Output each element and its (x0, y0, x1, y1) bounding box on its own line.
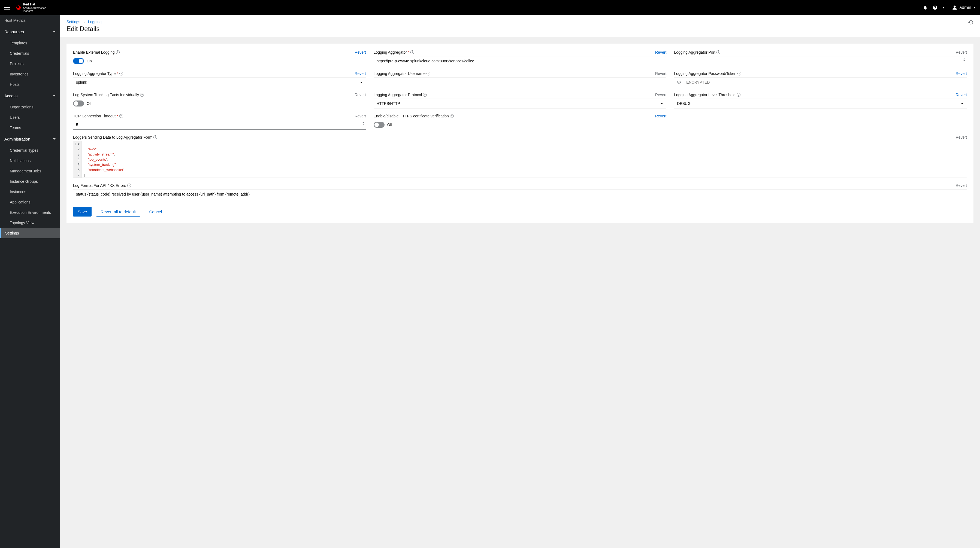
toggle-state-label: On (87, 59, 92, 63)
port-input[interactable] (674, 56, 967, 66)
username-label: admin (959, 5, 971, 10)
breadcrumb-settings[interactable]: Settings (67, 20, 80, 24)
sidebar-item-credential-types[interactable]: Credential Types (0, 145, 60, 156)
chevron-down-icon (53, 138, 56, 140)
sidebar-item-host-metrics[interactable]: Host Metrics (0, 15, 60, 25)
sidebar-item-projects[interactable]: Projects (0, 59, 60, 69)
sidebar-section-label: Administration (4, 137, 30, 141)
field-label: Logging Aggregator Protocol (374, 93, 422, 97)
sidebar-item-settings[interactable]: Settings (0, 228, 60, 238)
sidebar-item-notifications[interactable]: Notifications (0, 156, 60, 166)
field-username: Logging Aggregator Username ?Revert (374, 71, 667, 87)
revert-link[interactable]: Revert (655, 93, 666, 97)
revert-all-button[interactable]: Revert all to default (96, 207, 140, 216)
help-icon[interactable]: ? (410, 50, 414, 54)
revert-link[interactable]: Revert (355, 50, 366, 54)
nav-toggle-button[interactable] (4, 4, 11, 11)
sidebar-item-credentials[interactable]: Credentials (0, 48, 60, 59)
history-icon[interactable] (968, 20, 974, 26)
log-format-input[interactable] (73, 189, 967, 199)
sidebar-section-access[interactable]: Access (0, 90, 60, 102)
revert-link[interactable]: Revert (956, 93, 967, 97)
field-label: Log System Tracking Facts Individually (73, 93, 139, 97)
number-spinner[interactable] (963, 58, 965, 61)
sidebar-item-execution-environments[interactable]: Execution Environments (0, 207, 60, 218)
bell-icon[interactable] (923, 5, 928, 10)
revert-link[interactable]: Revert (956, 50, 967, 54)
sidebar-item-instance-groups[interactable]: Instance Groups (0, 176, 60, 187)
sidebar-item-users[interactable]: Users (0, 112, 60, 122)
chevron-down-icon (53, 31, 56, 32)
revert-link[interactable]: Revert (355, 114, 366, 118)
field-port: Logging Aggregator Port ?Revert (674, 50, 967, 66)
revert-link[interactable]: Revert (956, 135, 967, 140)
field-label: Loggers Sending Data to Log Aggregator F… (73, 135, 152, 140)
help-menu-caret-icon[interactable] (942, 7, 945, 8)
sidebar-item-organizations[interactable]: Organizations (0, 102, 60, 112)
sidebar-section-resources[interactable]: Resources (0, 25, 60, 38)
sidebar-section-administration[interactable]: Administration (0, 133, 60, 145)
top-bar: Red Hat Ansible AutomationPlatform admin (0, 0, 980, 15)
tcp-timeout-input[interactable] (73, 120, 366, 130)
help-icon[interactable]: ? (116, 50, 119, 54)
revert-link[interactable]: Revert (956, 71, 967, 76)
help-icon[interactable]: ? (423, 93, 427, 97)
help-icon[interactable]: ? (716, 50, 720, 54)
revert-link[interactable]: Revert (355, 71, 366, 76)
https-verify-toggle[interactable] (374, 122, 385, 128)
threshold-select[interactable]: DEBUG (674, 98, 967, 108)
help-icon[interactable]: ? (737, 93, 740, 97)
field-label: Logging Aggregator (374, 50, 407, 54)
sidebar-item-inventories[interactable]: Inventories (0, 69, 60, 79)
revert-link[interactable]: Revert (655, 114, 666, 118)
help-icon[interactable]: ? (450, 114, 454, 118)
user-menu[interactable]: admin (952, 5, 976, 10)
password-input[interactable] (684, 77, 967, 87)
breadcrumb: Settings › Logging (67, 20, 102, 24)
field-label: Enable External Logging (73, 50, 115, 54)
help-icon[interactable]: ? (140, 93, 144, 97)
help-icon[interactable]: ? (737, 71, 741, 75)
sidebar-item-topology-view[interactable]: Topology View (0, 218, 60, 228)
enable-logging-toggle[interactable] (73, 58, 84, 64)
revert-link[interactable]: Revert (655, 50, 666, 54)
loggers-code-editor[interactable]: 1 ▾[2 "awx",3 "activity_stream",4 "job_e… (73, 141, 967, 178)
field-label: Logging Aggregator Type (73, 71, 116, 76)
sidebar-section-label: Resources (4, 29, 24, 34)
sidebar-item-management-jobs[interactable]: Management Jobs (0, 166, 60, 176)
field-https-verify: Enable/disable HTTPS certificate verific… (374, 114, 667, 130)
protocol-select[interactable]: HTTPS/HTTP (374, 98, 667, 108)
sidebar-item-instances[interactable]: Instances (0, 187, 60, 197)
help-icon[interactable] (932, 5, 937, 10)
cancel-button[interactable]: Cancel (145, 207, 166, 216)
track-facts-toggle[interactable] (73, 100, 84, 106)
sidebar-item-applications[interactable]: Applications (0, 197, 60, 207)
field-label: Enable/disable HTTPS certificate verific… (374, 114, 449, 118)
main-content: Settings › Logging Edit Details Enable E… (60, 15, 980, 548)
field-label: Logging Aggregator Level Threshold (674, 93, 735, 97)
save-button[interactable]: Save (73, 207, 92, 216)
brand-logo: Red Hat Ansible AutomationPlatform (16, 3, 46, 12)
breadcrumb-separator: › (83, 20, 85, 24)
field-enable-external-logging: Enable External Logging ?Revert On (73, 50, 366, 66)
number-spinner[interactable] (362, 122, 364, 125)
username-input[interactable] (374, 77, 667, 87)
field-label: Logging Aggregator Port (674, 50, 715, 54)
type-select[interactable]: splunk (73, 77, 366, 87)
help-icon[interactable]: ? (119, 71, 123, 75)
help-icon[interactable]: ? (119, 114, 123, 118)
breadcrumb-logging[interactable]: Logging (88, 20, 102, 24)
field-label: Logging Aggregator Password/Token (674, 71, 737, 76)
settings-form: Enable External Logging ?Revert On Loggi… (67, 44, 974, 223)
revert-link[interactable]: Revert (655, 71, 666, 76)
toggle-password-visibility-icon[interactable] (674, 77, 684, 87)
aggregator-input[interactable] (374, 56, 667, 66)
help-icon[interactable]: ? (153, 135, 157, 139)
sidebar-item-hosts[interactable]: Hosts (0, 79, 60, 90)
help-icon[interactable]: ? (426, 71, 430, 75)
help-icon[interactable]: ? (127, 184, 131, 187)
revert-link[interactable]: Revert (355, 93, 366, 97)
sidebar-item-templates[interactable]: Templates (0, 38, 60, 48)
sidebar-item-teams[interactable]: Teams (0, 122, 60, 133)
revert-link[interactable]: Revert (956, 183, 967, 187)
